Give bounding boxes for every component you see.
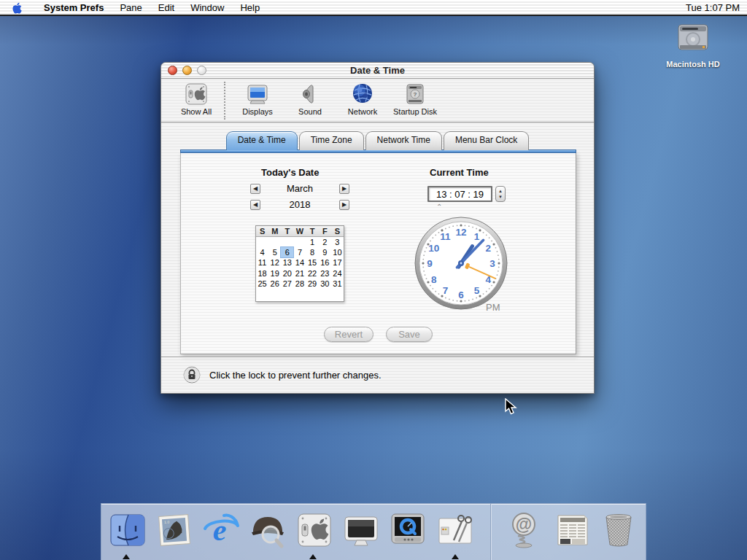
year-prev-button[interactable]: ◀ <box>250 200 260 210</box>
time-field[interactable]: 13 : 07 : 19 <box>427 186 492 202</box>
year-value: 2018 <box>290 199 311 210</box>
window-titlebar[interactable]: Date & Time <box>161 63 594 79</box>
dock-displays[interactable] <box>342 511 380 549</box>
calendar-day[interactable]: 12 <box>268 257 281 268</box>
year-next-button[interactable]: ▶ <box>339 200 349 210</box>
month-next-button[interactable]: ▶ <box>339 184 349 194</box>
calendar-day[interactable]: 23 <box>319 268 331 279</box>
time-stepper[interactable]: ▲ ▼ <box>495 186 506 202</box>
calendar-day[interactable]: 31 <box>331 279 344 289</box>
dock: 1.0 e <box>101 503 646 560</box>
menu-bar-clock[interactable]: Tue 1:07 PM <box>678 2 747 13</box>
calendar-day[interactable]: 16 <box>319 257 331 268</box>
stepper-down-icon[interactable]: ▼ <box>498 194 503 200</box>
preferences-toolbar: Show All Displays Sound <box>161 79 594 122</box>
calendar-day[interactable] <box>281 236 293 247</box>
calendar-day[interactable]: 25 <box>256 279 268 289</box>
stepper-up-icon[interactable]: ▲ <box>498 188 503 194</box>
calendar-day[interactable]: 26 <box>268 279 281 289</box>
calendar-day[interactable]: 1 <box>306 236 319 247</box>
menu-item-window[interactable]: Window <box>182 2 232 13</box>
calendar-day[interactable]: 17 <box>331 257 344 268</box>
toolbar-displays[interactable]: Displays <box>231 82 284 116</box>
calendar-day[interactable] <box>256 236 268 247</box>
menu-item-app[interactable]: System Prefs <box>36 2 112 13</box>
apple-menu[interactable] <box>0 1 36 14</box>
calendar-day-header: S <box>331 226 344 236</box>
mouse-cursor <box>504 398 520 416</box>
calendar-day[interactable]: 2 <box>319 236 331 247</box>
calendar-day[interactable]: 29 <box>306 279 319 289</box>
quicktime-icon <box>389 511 427 549</box>
clock-period-label: PM <box>486 302 500 313</box>
zoom-button[interactable] <box>197 66 206 75</box>
calendar-day[interactable]: 4 <box>256 247 268 258</box>
calendar-day[interactable]: 15 <box>306 257 319 268</box>
dock-sherlock[interactable] <box>249 511 287 549</box>
padlock-icon[interactable] <box>183 366 201 384</box>
calendar-day[interactable]: 10 <box>331 247 344 258</box>
calendar-day[interactable]: 5 <box>268 247 281 258</box>
tab-network-time[interactable]: Network Time <box>365 131 442 150</box>
menu-item-help[interactable]: Help <box>232 2 268 13</box>
svg-text:3: 3 <box>489 258 495 269</box>
revert-button[interactable]: Revert <box>324 327 374 342</box>
calendar-day[interactable]: 28 <box>293 279 306 289</box>
dock-finder[interactable] <box>109 511 147 549</box>
desktop-icon-macintosh-hd[interactable]: Macintosh HD <box>660 22 726 69</box>
calendar-day[interactable] <box>268 236 281 247</box>
dock-web-link[interactable]: @ <box>505 511 543 549</box>
calendar-day[interactable]: 14 <box>293 257 306 268</box>
calendar-day[interactable]: 27 <box>281 279 293 289</box>
toolbar-show-all[interactable]: Show All <box>170 82 222 116</box>
close-button[interactable] <box>168 66 177 75</box>
dock-system-preferences[interactable] <box>295 511 333 549</box>
tab-date-time[interactable]: Date & Time <box>226 131 298 150</box>
apple-logo-icon <box>12 1 23 14</box>
speaker-icon <box>298 82 322 106</box>
dock-mail[interactable]: 1.0 <box>155 511 193 549</box>
toolbar-network[interactable]: Network <box>336 82 389 116</box>
calendar-day[interactable] <box>293 236 306 247</box>
calendar-day[interactable]: 3 <box>331 236 344 247</box>
calendar-day[interactable]: 6 <box>281 247 293 258</box>
calendar-day[interactable]: 30 <box>319 279 331 289</box>
finder-icon <box>109 511 147 549</box>
calendar-day[interactable]: 24 <box>331 268 344 279</box>
dock-news-document[interactable] <box>554 511 592 549</box>
web-link-icon: @ <box>505 511 543 549</box>
calendar-day[interactable]: 7 <box>293 247 306 258</box>
calendar-day[interactable]: 18 <box>256 268 268 279</box>
toolbar-sound[interactable]: Sound <box>284 82 336 116</box>
calendar-day[interactable]: 20 <box>281 268 293 279</box>
dock-trash[interactable] <box>600 511 638 549</box>
toolbar-startup-disk[interactable]: ? Startup Disk <box>389 82 441 116</box>
calendar-day[interactable]: 22 <box>306 268 319 279</box>
svg-text:6: 6 <box>458 289 464 300</box>
date-time-pane: Today's Date ◀ March ▶ ◀ 2018 ▶ SMTWTFS1… <box>180 152 576 354</box>
save-button[interactable]: Save <box>386 327 433 342</box>
system-preferences-icon <box>295 511 333 549</box>
menu-item-edit[interactable]: Edit <box>150 2 182 13</box>
svg-text:2: 2 <box>485 243 491 254</box>
calendar-day[interactable]: 8 <box>306 247 319 258</box>
dock-grab[interactable] <box>436 511 474 549</box>
dock-quicktime[interactable] <box>389 511 427 549</box>
calendar-day[interactable]: 13 <box>281 257 293 268</box>
calendar-day[interactable]: 11 <box>256 257 268 268</box>
menu-item-pane[interactable]: Pane <box>112 2 150 13</box>
calendar-day[interactable]: 9 <box>319 247 331 258</box>
month-prev-button[interactable]: ◀ <box>250 184 260 194</box>
calendar-day-header: T <box>281 226 293 236</box>
tab-time-zone[interactable]: Time Zone <box>299 131 364 150</box>
calendar-day[interactable]: 19 <box>268 268 281 279</box>
calendar-day[interactable]: 21 <box>293 268 306 279</box>
globe-icon <box>350 82 375 106</box>
calendar[interactable]: SMTWTFS123456789101112131415161718192021… <box>255 225 344 302</box>
calendar-day-header: T <box>306 226 319 236</box>
mail-icon: 1.0 <box>155 511 193 549</box>
dock-internet-explorer[interactable]: e <box>202 511 240 549</box>
minimize-button[interactable] <box>182 66 192 75</box>
svg-text:5: 5 <box>474 285 480 296</box>
tab-menu-bar-clock[interactable]: Menu Bar Clock <box>444 131 529 150</box>
